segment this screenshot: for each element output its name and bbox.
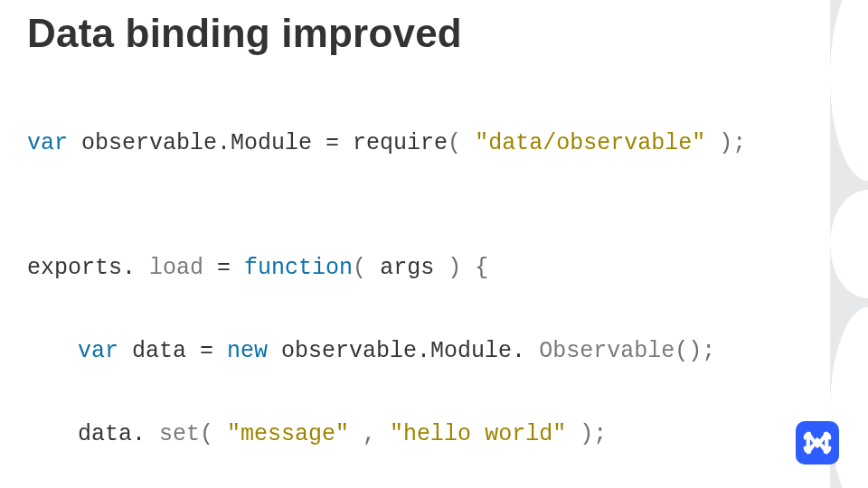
slide: Data binding improved var observable.Mod… [0,0,868,488]
method-set: set [159,421,200,447]
comma: , [349,421,390,447]
dot: . [132,421,159,447]
code-line-2: exports. load = function( args ) { [27,248,814,289]
prop-observable: Observable [539,338,675,364]
right-edge-decoration [830,0,868,488]
string-hello-world: "hello world" [390,421,566,447]
ident-data: data [118,338,200,364]
prop-load: load [149,255,217,281]
paren-close: ); [705,130,746,156]
paren-open: ( [200,421,227,447]
code-line-4: data. set( "message" , "hello world" ); [27,414,814,455]
n-logo-icon [802,427,833,458]
dot: . [512,338,539,364]
fn-require: require [353,130,448,156]
paren-close: ); [566,421,607,447]
paren-semi: (); [675,338,715,364]
code-line-1: var observable.Module = require( "data/o… [27,123,814,164]
paren-close-brace: ) { [434,255,488,281]
ident-observable-module: observable.Module [68,130,326,156]
slide-title: Data binding improved [27,11,462,56]
paren-open: ( [353,255,380,281]
paren-open: ( [448,130,475,156]
keyword-var: var [27,130,68,156]
code-line-3: var data = new observable.Module. Observ… [27,331,814,372]
dot: . [122,255,149,281]
param-args: args [380,255,434,281]
ident-data: data [78,421,132,447]
right-edge-mid-bump [830,190,868,298]
string-data-observable: "data/observable" [475,130,705,156]
nativescript-logo [796,421,839,465]
equals: = [200,338,227,364]
keyword-new: new [227,338,268,364]
equals: = [217,255,244,281]
ident-exports: exports [27,255,122,281]
keyword-function: function [244,255,353,281]
equals: = [326,130,353,156]
string-message: "message" [227,421,349,447]
keyword-var: var [78,338,118,364]
code-block: var observable.Module = require( "data/o… [27,81,814,488]
ident-observable-module-2: observable.Module [268,338,512,364]
